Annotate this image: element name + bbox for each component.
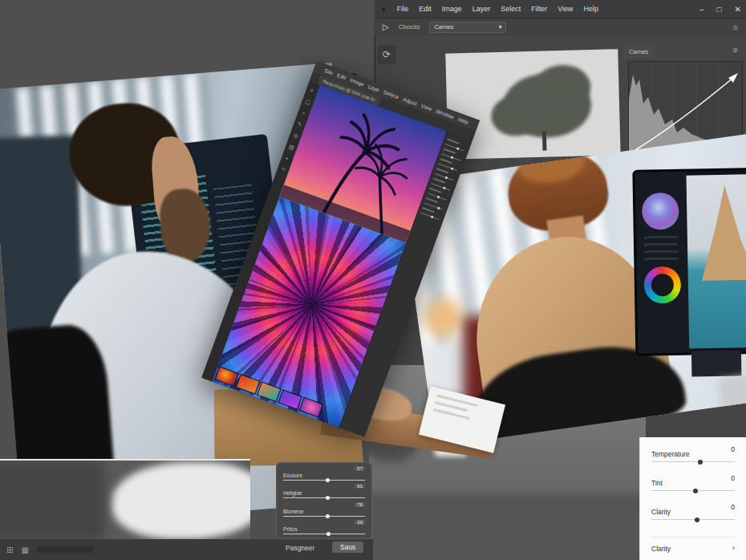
slider-handle[interactable] xyxy=(326,496,330,500)
slider-value: 76 xyxy=(355,502,365,507)
menu-item-filter[interactable]: Filter xyxy=(531,5,547,13)
slider-value: 0 xyxy=(731,503,735,511)
right-menubar: ● File Edit Image Layer Select Filter Vi… xyxy=(375,0,746,18)
slider-value: 0 xyxy=(731,474,735,482)
menu-item-layer[interactable]: Laye xyxy=(367,83,380,92)
slider-label: Tint xyxy=(651,479,663,487)
right-options-bar: ▷ Cbocits Carnes ▾ ≡ xyxy=(375,18,746,35)
slider-track[interactable] xyxy=(651,519,735,520)
refresh-icon[interactable]: ⟳ xyxy=(377,45,396,64)
slider-row[interactable]: Tint 0 xyxy=(651,474,735,503)
monitor-stand xyxy=(691,351,742,377)
chevron-right-icon: › xyxy=(732,543,735,552)
menu-item-help[interactable]: Help xyxy=(584,5,599,13)
minimize-button[interactable]: – xyxy=(699,5,704,14)
menu-item-edit[interactable]: Edit xyxy=(419,5,432,13)
eraser-tool-icon[interactable]: ⊘ xyxy=(292,132,298,140)
mini-slider-label xyxy=(429,188,442,193)
slider-track[interactable] xyxy=(283,516,365,517)
menu-item-file[interactable]: Sile xyxy=(323,67,334,75)
slider-label: Exusure xyxy=(283,473,302,478)
maximize-button[interactable]: □ xyxy=(717,5,722,14)
slider-label: Clarity xyxy=(651,508,671,516)
menu-item-select[interactable]: Select xyxy=(501,5,521,13)
color-sphere-widget xyxy=(642,193,679,230)
menu-item-view[interactable]: View xyxy=(420,103,433,112)
mini-slider-label xyxy=(436,168,449,173)
status-text-placeholder xyxy=(37,546,93,553)
mini-slider-label xyxy=(422,207,435,213)
menu-item-file[interactable]: File xyxy=(397,5,409,13)
adjustments-panel: Exusure 57 Heligloe 91 Blumene 76 Pritic… xyxy=(276,462,372,539)
color-wheel-center xyxy=(651,274,674,296)
menu-item-adjust[interactable]: Adjust xyxy=(402,96,417,107)
slider-handle[interactable] xyxy=(326,478,330,482)
lasso-tool-icon[interactable]: ⌁ xyxy=(301,110,306,117)
menu-item-help[interactable]: Help xyxy=(457,116,469,125)
light-adjustments-panel: Temperature 0 Tint 0 Clarity 0 Clarity › xyxy=(639,437,746,560)
slider-track[interactable] xyxy=(651,461,735,462)
mini-slider-label xyxy=(440,158,452,164)
monitor-landscape-photo xyxy=(686,174,746,349)
menu-item-view[interactable]: View xyxy=(557,5,573,13)
section-label: Clarity xyxy=(651,545,671,553)
slider-label: Pritics xyxy=(283,526,298,532)
hamburger-menu-icon[interactable]: ≡ xyxy=(733,46,738,55)
color-wheel-widget xyxy=(643,266,681,304)
menu-item-image[interactable]: Image xyxy=(349,77,364,87)
cancel-button[interactable]: Pasgneer xyxy=(286,544,314,552)
slider-handle[interactable] xyxy=(326,514,330,518)
slider-handle[interactable] xyxy=(326,532,330,536)
collage-stage: File Edit Image Layer Select Filter View… xyxy=(0,0,746,560)
monitor-ui-sidebar xyxy=(635,172,689,354)
slider-track[interactable] xyxy=(283,480,365,481)
close-button[interactable]: ✕ xyxy=(735,5,741,14)
slider-label: Blumene xyxy=(283,509,304,514)
marquee-tool-icon[interactable]: ▢ xyxy=(304,98,311,106)
grid-view-icon[interactable]: ⊞ xyxy=(6,546,13,554)
mini-slider-label xyxy=(432,177,445,183)
pen-tool-icon[interactable]: ⌯ xyxy=(280,165,286,172)
mini-slider-track xyxy=(420,213,440,220)
mini-slider-label xyxy=(444,148,456,154)
tool-options-label: Cbocits xyxy=(399,23,420,30)
gradient-tool-icon[interactable]: ▤ xyxy=(288,144,295,152)
slider-track[interactable] xyxy=(283,497,365,498)
curves-dropdown[interactable]: Carnes ▾ xyxy=(429,22,506,33)
slider-handle[interactable] xyxy=(693,489,698,493)
photo-shadow-area xyxy=(0,461,104,539)
save-button[interactable]: Saus xyxy=(332,542,363,553)
tree-trunk xyxy=(542,132,547,151)
curves-panel-tab[interactable]: Carnes xyxy=(623,45,654,59)
slider-handle[interactable] xyxy=(695,517,699,522)
clarity-section-row[interactable]: Clarity › xyxy=(651,537,735,553)
hamburger-menu-icon[interactable]: ≡ xyxy=(733,22,738,32)
slider-handle[interactable] xyxy=(698,460,703,465)
slider-row[interactable]: Blumene 76 xyxy=(283,502,365,519)
mountain-peak xyxy=(700,185,746,281)
white-fluffy-dog xyxy=(112,462,250,539)
chevron-down-icon: ▾ xyxy=(499,23,502,30)
move-tool-icon[interactable]: ⌖ xyxy=(310,87,314,95)
window-controls: – □ ✕ xyxy=(699,0,741,18)
list-view-icon[interactable]: ▦ xyxy=(21,546,28,554)
slider-row[interactable]: Temperature 0 xyxy=(651,445,735,474)
slider-track[interactable] xyxy=(283,534,365,534)
slider-value: 91 xyxy=(355,484,365,489)
cursor-tool-icon[interactable]: ▷ xyxy=(383,22,389,31)
menu-item-layer[interactable]: Layer xyxy=(472,5,491,13)
menu-item-edit[interactable]: Edit xyxy=(336,72,347,80)
mini-slider-label xyxy=(425,197,438,203)
slider-row[interactable]: Clarity 0 xyxy=(651,503,735,532)
menu-item-image[interactable]: Image xyxy=(442,5,462,13)
slider-row[interactable]: Exusure 57 xyxy=(283,466,365,483)
slider-row[interactable]: Heligloe 91 xyxy=(283,484,365,501)
grayscale-dog-photo xyxy=(0,459,250,539)
dodge-tool-icon[interactable]: ◐ xyxy=(285,155,290,161)
left-status-bar: ⊞ ▦ xyxy=(0,539,373,560)
editing-monitor xyxy=(632,168,746,356)
brush-tool-icon[interactable]: ✎ xyxy=(296,121,302,129)
slider-label: Heligloe xyxy=(283,490,302,496)
street-road xyxy=(369,493,646,560)
slider-row[interactable]: Pritics 20 xyxy=(283,520,365,537)
